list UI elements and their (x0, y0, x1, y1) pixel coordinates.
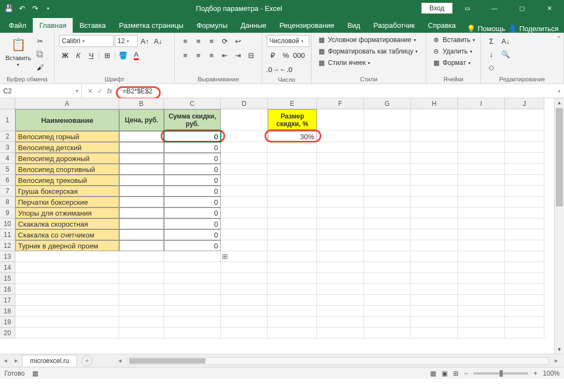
cell[interactable] (119, 131, 164, 142)
cell[interactable] (458, 197, 505, 207)
cell[interactable] (119, 186, 164, 197)
cell[interactable] (221, 229, 268, 240)
percent-icon[interactable]: % (280, 49, 292, 61)
cell[interactable] (15, 295, 119, 306)
cell[interactable] (505, 328, 544, 338)
cell[interactable] (268, 306, 317, 317)
tab-данные[interactable]: Данные (234, 18, 273, 33)
cell[interactable] (119, 273, 164, 284)
scroll-down-icon[interactable]: ▼ (555, 345, 564, 354)
cell[interactable]: 0 (164, 207, 221, 218)
cell[interactable] (119, 229, 164, 240)
align-middle-icon[interactable]: ≡ (192, 35, 204, 47)
cell[interactable] (505, 153, 544, 164)
cell[interactable] (119, 317, 164, 328)
cell[interactable] (458, 251, 505, 262)
fill-color-icon[interactable]: 🪣 (117, 49, 129, 61)
cell[interactable] (364, 306, 411, 317)
cell[interactable] (119, 295, 164, 306)
cell[interactable]: Велосипед детский (15, 142, 119, 153)
cell[interactable] (458, 229, 505, 240)
cell[interactable] (221, 328, 268, 338)
cell[interactable] (505, 164, 544, 175)
cell[interactable] (505, 175, 544, 186)
cell[interactable] (364, 153, 411, 164)
cell[interactable] (411, 273, 458, 284)
cell[interactable] (15, 328, 119, 338)
cell[interactable] (364, 186, 411, 197)
cell[interactable] (458, 284, 505, 295)
autofill-options-icon[interactable]: ⊞ (222, 252, 228, 260)
cell[interactable] (221, 153, 268, 164)
cell[interactable] (164, 284, 221, 295)
cell[interactable] (364, 229, 411, 240)
zoom-in-icon[interactable]: + (533, 370, 537, 377)
cell[interactable] (364, 295, 411, 306)
expand-formula-icon[interactable]: ▾ (555, 88, 564, 94)
add-sheet-icon[interactable]: + (81, 355, 92, 366)
cell[interactable] (268, 317, 317, 328)
cell[interactable] (119, 142, 164, 153)
cell[interactable]: Турник в дверной проем (15, 240, 119, 251)
cell[interactable] (364, 164, 411, 175)
cell[interactable] (317, 207, 364, 218)
row-header[interactable]: 14 (0, 262, 15, 273)
copy-icon[interactable]: ⿻ (34, 48, 46, 60)
tab-рецензирование[interactable]: Рецензирование (273, 18, 340, 33)
cell[interactable] (268, 142, 317, 153)
cell[interactable] (505, 240, 544, 251)
cell[interactable] (317, 109, 364, 131)
column-header[interactable]: C (164, 98, 221, 109)
cell[interactable] (221, 306, 268, 317)
align-right-icon[interactable]: ≡ (205, 49, 218, 61)
cell[interactable] (268, 328, 317, 338)
cell[interactable] (411, 175, 458, 186)
cell[interactable] (411, 306, 458, 317)
cell[interactable] (458, 240, 505, 251)
row-header[interactable]: 15 (0, 273, 15, 284)
cell[interactable] (221, 317, 268, 328)
column-header[interactable]: E (268, 98, 317, 109)
share-button[interactable]: 👤Поделиться (508, 25, 559, 33)
wrap-text-icon[interactable]: ↩ (232, 35, 244, 47)
cell[interactable] (119, 251, 164, 262)
hscroll-thumb[interactable] (129, 358, 205, 364)
zoom-out-icon[interactable]: − (464, 370, 468, 377)
cell[interactable] (221, 164, 268, 175)
row-header[interactable]: 1 (0, 109, 15, 131)
font-color-icon[interactable]: A (130, 49, 142, 61)
cell[interactable] (458, 153, 505, 164)
hscroll-left-icon[interactable]: ◄ (114, 358, 125, 364)
cell[interactable]: Упоры для отжимания (15, 207, 119, 218)
cell[interactable] (268, 284, 317, 295)
cell[interactable]: Велосипед дорожный (15, 153, 119, 164)
paste-button[interactable]: 📋 Вставить ▾ (4, 35, 32, 68)
cell[interactable] (458, 164, 505, 175)
cell[interactable] (505, 131, 544, 142)
cell[interactable]: 0 (164, 186, 221, 197)
cell[interactable] (317, 218, 364, 229)
cell[interactable] (15, 273, 119, 284)
sheet-tab[interactable]: microexcel.ru (22, 355, 77, 366)
undo-icon[interactable]: ↶ (17, 4, 26, 13)
column-header[interactable]: D (221, 98, 268, 109)
fill-icon[interactable]: ↓ (485, 48, 497, 60)
conditional-formatting-button[interactable]: ▦Условное форматирование▾ (316, 35, 417, 45)
cell[interactable] (268, 218, 317, 229)
sort-filter-icon[interactable]: A↓ (500, 35, 512, 47)
cell[interactable] (317, 142, 364, 153)
cell[interactable] (221, 218, 268, 229)
cell[interactable]: 30% (268, 131, 317, 142)
cell[interactable] (268, 153, 317, 164)
cell[interactable]: 0 (164, 142, 221, 153)
view-normal-icon[interactable]: ▦ (430, 370, 436, 377)
help-button[interactable]: 💡Помощь (467, 25, 505, 33)
merge-icon[interactable]: ⊟ (245, 49, 257, 61)
cell[interactable] (317, 251, 364, 262)
cell[interactable] (119, 262, 164, 273)
cell[interactable]: Перчатки боксерские (15, 197, 119, 207)
cell[interactable] (505, 218, 544, 229)
cell[interactable] (505, 317, 544, 328)
cell[interactable] (268, 186, 317, 197)
tab-формулы[interactable]: Формулы (190, 18, 234, 33)
